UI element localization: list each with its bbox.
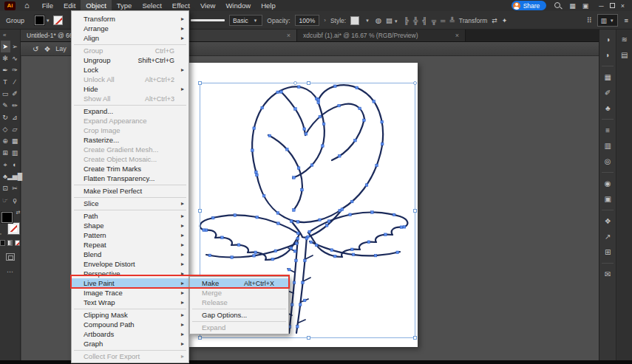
- pencil-tool-icon[interactable]: ✎: [1, 100, 10, 111]
- selection-tool-icon[interactable]: ➤: [1, 41, 10, 52]
- isolate-mode-icon[interactable]: ✦: [502, 17, 508, 24]
- shuffle-icon[interactable]: ⇄: [492, 17, 497, 24]
- more-tools-button[interactable]: ⋯: [0, 268, 20, 275]
- dock-panel-icon[interactable]: ▥▾: [597, 14, 618, 27]
- menubar-item-object[interactable]: Object: [81, 0, 111, 11]
- color-panel-icon[interactable]: ◑: [601, 33, 615, 46]
- gradient-tool-icon[interactable]: ▥: [10, 147, 20, 159]
- menu-item-lock[interactable]: Lock▸: [72, 65, 188, 75]
- anchor-point[interactable]: [349, 213, 352, 216]
- anchor-point[interactable]: [304, 259, 307, 262]
- menu-item-image-trace[interactable]: Image Trace▸: [72, 288, 188, 298]
- scale-tool-icon[interactable]: ⊿: [10, 111, 20, 123]
- workspace-switcher-icon[interactable]: ▦: [569, 2, 576, 10]
- anchor-point[interactable]: [334, 85, 337, 88]
- search-icon[interactable]: [554, 1, 562, 10]
- anchor-point[interactable]: [374, 254, 377, 257]
- menubar-item-select[interactable]: Select: [137, 0, 166, 11]
- anchor-point[interactable]: [277, 222, 280, 225]
- stroke-weight-preview[interactable]: [191, 19, 225, 21]
- anchor-point[interactable]: [317, 98, 320, 101]
- anchor-point[interactable]: [367, 241, 370, 244]
- stroke-preset-dropdown[interactable]: Basic▾: [229, 15, 262, 26]
- anchor-point[interactable]: [205, 229, 208, 232]
- anchor-point[interactable]: [327, 220, 330, 223]
- menu-item-envelope-distort[interactable]: Envelope Distort▸: [72, 259, 188, 269]
- anchor-point[interactable]: [317, 101, 320, 104]
- menu-item-arrange[interactable]: Arrange▸: [72, 24, 188, 33]
- mesh-tool-icon[interactable]: ⊞: [1, 147, 10, 159]
- menu-item-clipping-mask[interactable]: Clipping Mask▸: [72, 310, 188, 320]
- anchor-point[interactable]: [303, 299, 306, 302]
- anchor-point[interactable]: [354, 139, 357, 142]
- anchor-point[interactable]: [301, 188, 304, 191]
- anchor-point[interactable]: [359, 107, 361, 110]
- asset-export-panel-icon[interactable]: ↗: [601, 230, 615, 243]
- graphic-styles-panel-icon[interactable]: ▣: [601, 193, 615, 205]
- align-horizontal-left-icon[interactable]: ╠: [404, 17, 409, 24]
- anchor-point[interactable]: [299, 303, 302, 306]
- anchor-point[interactable]: [208, 254, 211, 257]
- anchor-point[interactable]: [251, 149, 254, 152]
- menu-item-expand[interactable]: Expand...: [72, 106, 188, 116]
- anchor-point[interactable]: [302, 281, 305, 284]
- menubar-item-help[interactable]: Help: [256, 0, 281, 11]
- anchor-point[interactable]: [338, 104, 341, 107]
- collapse-toolbar-icon[interactable]: «: [0, 30, 20, 41]
- menu-item-shape[interactable]: Shape▸: [72, 221, 188, 230]
- opacity-expand-icon[interactable]: ›: [324, 17, 326, 24]
- hand-tool-icon[interactable]: ☞: [1, 194, 10, 206]
- menu-item-ungroup[interactable]: UngroupShift+Ctrl+G: [72, 55, 188, 65]
- anchor-point[interactable]: [363, 119, 366, 122]
- pen-tool-icon[interactable]: ✒: [1, 64, 10, 76]
- fill-caret-icon[interactable]: ▾: [47, 18, 50, 24]
- menu-item-align[interactable]: Align▸: [72, 33, 188, 43]
- style-swatch[interactable]: [350, 16, 359, 25]
- shaper-tool-icon[interactable]: ✏: [10, 100, 20, 111]
- menubar-item-type[interactable]: Type: [112, 0, 137, 11]
- fill-color-indicator[interactable]: [1, 212, 13, 223]
- layers-icon[interactable]: ❖: [44, 45, 50, 53]
- menubar-item-window[interactable]: Window: [220, 0, 256, 11]
- anchor-point[interactable]: [303, 128, 306, 131]
- menu-item-path[interactable]: Path▸: [72, 211, 188, 221]
- direct-selection-tool-icon[interactable]: ➢: [10, 41, 20, 52]
- anchor-point[interactable]: [310, 241, 313, 244]
- opacity-value[interactable]: 100%: [295, 15, 320, 26]
- anchor-point[interactable]: [356, 86, 359, 89]
- anchor-point[interactable]: [256, 216, 259, 219]
- menu-item-graph[interactable]: Graph▸: [72, 339, 188, 348]
- artboard-tool-icon[interactable]: ⊡: [1, 182, 10, 194]
- anchor-point[interactable]: [325, 224, 328, 227]
- anchor-point[interactable]: [280, 91, 283, 94]
- menu-item-make[interactable]: MakeAlt+Ctrl+X: [190, 278, 288, 288]
- anchor-point[interactable]: [296, 326, 299, 329]
- anchor-point[interactable]: [293, 209, 296, 212]
- menu-item-create-trim-marks[interactable]: Create Trim Marks: [72, 164, 188, 174]
- gradient-panel-icon[interactable]: ▥: [601, 140, 615, 152]
- anchor-point[interactable]: [288, 268, 290, 271]
- menubar-item-view[interactable]: View: [195, 0, 220, 11]
- anchor-point[interactable]: [296, 237, 299, 240]
- anchor-point[interactable]: [319, 219, 322, 222]
- align-horizontal-right-icon[interactable]: ╣: [422, 17, 427, 24]
- anchor-point[interactable]: [339, 155, 342, 158]
- anchor-point[interactable]: [271, 258, 274, 261]
- anchor-point[interactable]: [290, 303, 293, 306]
- anchor-point[interactable]: [253, 127, 256, 130]
- libraries-panel-icon[interactable]: ▤: [617, 49, 631, 61]
- free-transform-tool-icon[interactable]: ▱: [10, 123, 20, 135]
- anchor-point[interactable]: [403, 226, 406, 229]
- rotate-tool-icon[interactable]: ↻: [1, 111, 10, 123]
- stroke-panel-icon[interactable]: ≡: [601, 124, 615, 137]
- symbols-panel-icon[interactable]: ♣: [601, 102, 615, 114]
- menu-item-artboards[interactable]: Artboards▸: [72, 329, 188, 339]
- illustrator-logo-icon[interactable]: Ai: [4, 1, 16, 10]
- menu-item-repeat[interactable]: Repeat▸: [72, 240, 188, 250]
- share-button[interactable]: Share: [512, 1, 547, 10]
- stroke-color-indicator[interactable]: [8, 223, 19, 234]
- paintbrush-tool-icon[interactable]: ✐: [10, 88, 20, 100]
- anchor-point[interactable]: [341, 208, 344, 211]
- anchor-point[interactable]: [231, 256, 234, 259]
- anchor-point[interactable]: [330, 249, 333, 252]
